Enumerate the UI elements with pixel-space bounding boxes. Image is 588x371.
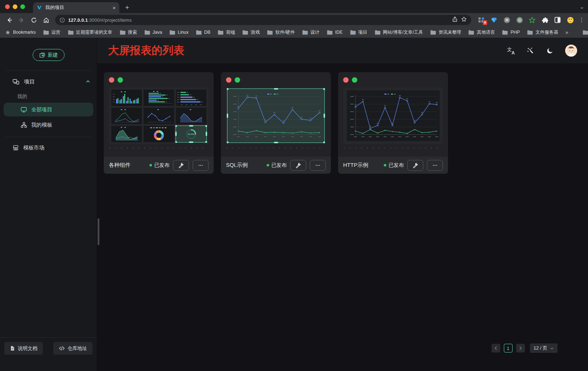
- more-dots-icon: [432, 162, 438, 168]
- bookmark-folder[interactable]: 游戏: [242, 29, 260, 36]
- bookmark-folder[interactable]: 前端: [218, 29, 235, 36]
- edit-project-button[interactable]: [290, 160, 306, 171]
- bookmarks-overflow-icon[interactable]: »: [566, 29, 568, 35]
- browser-tab[interactable]: 我的项目 ×: [33, 2, 119, 13]
- current-page-button[interactable]: 1: [504, 344, 513, 353]
- repo-button[interactable]: 仓库地址: [53, 342, 92, 355]
- sidebar-item-template-market[interactable]: 模板市场: [4, 141, 93, 154]
- hammer-icon: [295, 162, 301, 168]
- emoji-extension-icon[interactable]: [567, 16, 574, 24]
- selection-handle[interactable]: [274, 142, 278, 143]
- bookmark-folder[interactable]: 其他语言: [468, 29, 495, 36]
- minimize-window-button[interactable]: [13, 4, 17, 9]
- extensions-puzzle-icon[interactable]: [541, 16, 548, 24]
- bookmark-folder[interactable]: 软件/硬件: [267, 29, 295, 36]
- new-project-button[interactable]: 新建: [33, 49, 65, 61]
- home-button[interactable]: [41, 15, 52, 25]
- language-icon[interactable]: 文A: [506, 46, 515, 55]
- selection-handle[interactable]: [323, 141, 325, 143]
- selection-handle[interactable]: [205, 125, 207, 127]
- goview-favicon: [37, 5, 42, 11]
- site-info-icon[interactable]: [59, 17, 65, 23]
- selection-handle[interactable]: [323, 88, 325, 90]
- folder-icon: [242, 30, 248, 35]
- more-dots-icon: [198, 162, 203, 168]
- bookmark-folder[interactable]: 近期需要读的文章: [68, 29, 112, 36]
- back-button[interactable]: [4, 15, 15, 25]
- folder-icon: [350, 30, 356, 35]
- dark-mode-moon-icon[interactable]: [546, 46, 554, 55]
- share-icon[interactable]: [452, 16, 458, 24]
- selection-handle[interactable]: [227, 141, 229, 143]
- project-card[interactable]: SQL示例 已发布: [221, 72, 331, 174]
- project-card[interactable]: 25.00% 各种组件 已发布: [104, 72, 214, 174]
- selection-handle[interactable]: [175, 141, 177, 143]
- selection-handle[interactable]: [227, 88, 229, 90]
- docs-button[interactable]: 说明文档: [4, 342, 43, 355]
- reload-button[interactable]: [28, 15, 39, 25]
- more-actions-button[interactable]: [310, 160, 326, 171]
- bookmark-folder[interactable]: PHP: [502, 30, 520, 35]
- command-extension-icon[interactable]: ⌘: [503, 16, 510, 24]
- bookmark-folder[interactable]: 运营: [43, 29, 61, 36]
- edit-project-button[interactable]: [173, 160, 189, 171]
- selection-handle[interactable]: [189, 141, 193, 143]
- folder-icon: [327, 30, 333, 35]
- page-header: 大屏报表的列表 文A: [97, 38, 588, 64]
- bookmark-folder[interactable]: Linux: [169, 30, 189, 35]
- dotted-divider: [110, 148, 208, 148]
- dark-mode-extension-icon[interactable]: [554, 16, 561, 24]
- user-avatar[interactable]: [565, 45, 577, 57]
- selection-handle[interactable]: [205, 141, 207, 143]
- bookmark-folder[interactable]: DB: [196, 30, 210, 35]
- new-tab-button[interactable]: +: [125, 4, 129, 12]
- selection-handle[interactable]: [227, 114, 228, 118]
- bookmark-folder[interactable]: 资讯未整理: [430, 29, 461, 36]
- selection-handle[interactable]: [175, 125, 177, 127]
- project-card[interactable]: HTTP示例 已发布: [338, 72, 448, 174]
- selection-handle[interactable]: [189, 125, 193, 127]
- more-actions-button[interactable]: [193, 160, 209, 171]
- sidebar-item-my-templates[interactable]: 我的模板: [4, 118, 93, 132]
- bookmark-folder[interactable]: Java: [144, 30, 162, 35]
- close-window-button[interactable]: [5, 4, 10, 9]
- bookmark-folder[interactable]: 搜索: [120, 29, 137, 36]
- chevron-up-icon[interactable]: [86, 79, 90, 85]
- mini-chart-line-1: [144, 108, 174, 124]
- magic-wand-icon[interactable]: [526, 46, 535, 55]
- tab-search-icon[interactable]: ⌄: [580, 3, 584, 10]
- bookmark-folder[interactable]: 项目: [350, 29, 367, 36]
- bookmarks-root[interactable]: Bookmarks: [5, 30, 36, 35]
- selection-handle[interactable]: [206, 132, 207, 136]
- edit-project-button[interactable]: [407, 160, 423, 171]
- wallet-extension-icon[interactable]: 9: [478, 16, 485, 24]
- gem-extension-icon[interactable]: [490, 16, 498, 24]
- sidebar-group-projects[interactable]: 项目: [12, 74, 90, 89]
- star-extension-icon[interactable]: [529, 16, 536, 24]
- more-actions-button[interactable]: [427, 160, 443, 171]
- bookmark-folder[interactable]: 设计: [302, 29, 320, 36]
- scrollbar-thumb[interactable]: [98, 218, 99, 245]
- selection-handle[interactable]: [324, 114, 325, 118]
- bookmark-folder[interactable]: 文件服务器: [527, 29, 558, 36]
- sidebar-item-all-projects[interactable]: 全部项目: [4, 103, 93, 116]
- address-bar[interactable]: 127.0.0.1:3000/#/project/items: [55, 15, 471, 25]
- tab-close-icon[interactable]: ×: [112, 5, 116, 11]
- recorder-extension-icon[interactable]: [516, 16, 523, 24]
- extensions-area: 9 ⌘: [478, 16, 574, 24]
- bookmark-star-icon[interactable]: [461, 16, 467, 24]
- browser-menu-icon[interactable]: ⋮: [579, 17, 584, 23]
- bookmark-folder[interactable]: IDE: [327, 30, 343, 35]
- prev-page-button[interactable]: [492, 344, 500, 353]
- next-page-button[interactable]: [516, 344, 525, 353]
- forward-button[interactable]: [16, 15, 27, 25]
- page-size-select[interactable]: 12 / 页: [530, 343, 558, 353]
- bookmark-folder[interactable]: 网站/博客/文章/工具: [375, 29, 423, 36]
- zoom-window-button[interactable]: [20, 4, 25, 9]
- card-green-dot: [235, 77, 240, 83]
- traffic-lights: [5, 0, 25, 13]
- selection-handle[interactable]: [274, 88, 278, 90]
- other-bookmarks[interactable]: 其他书签: [583, 29, 588, 36]
- selection-handle[interactable]: [175, 132, 177, 136]
- sidebar-item-label: 我的模板: [31, 121, 52, 128]
